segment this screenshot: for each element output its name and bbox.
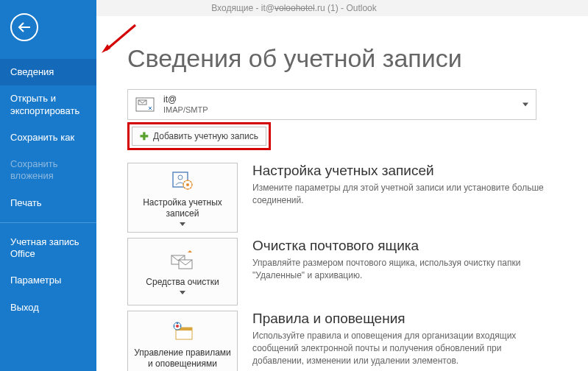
title-suffix: .ru (1) - Outlook [315,3,377,13]
sidebar-item[interactable]: Сохранить как [0,124,96,151]
rules-icon [170,319,195,343]
sidebar-item[interactable]: Открыть и экспортировать [0,85,96,124]
card-text: Управляйте размером почтового ящика, исп… [252,257,554,282]
svg-rect-13 [177,322,178,324]
info-card: Управление правилами и оповещениямиПрави… [127,310,554,371]
sidebar-item[interactable]: Печать [0,190,96,216]
chevron-down-icon [180,222,185,226]
card-description: Очистка почтового ящикаУправляйте размер… [252,238,554,282]
backstage-sidebar: СведенияОткрыть и экспортироватьСохранит… [0,0,96,371]
card-title: Правила и оповещения [252,311,554,327]
add-account-label: Добавить учетную запись [153,131,258,141]
chevron-down-icon [523,103,528,107]
card-description: Правила и оповещенияИспользуйте правила … [252,311,554,367]
mailbox-icon [134,93,156,116]
annotation-highlight: ✚ Добавить учетную запись [127,122,271,150]
info-card: Средства очисткиОчистка почтового ящикаУ… [127,237,554,305]
title-domain: voloohotel [274,3,315,13]
account-email: it@ [163,94,208,105]
svg-point-7 [186,183,189,186]
card-button-label: Управление правилами и оповещениями [132,347,233,370]
card-button[interactable]: Управление правилами и оповещениями [127,311,238,371]
card-button-label: Настройка учетных записей [132,197,233,219]
sidebar-item[interactable]: Параметры [0,267,96,294]
account-selector[interactable]: it@ IMAP/SMTP [127,89,536,120]
card-button[interactable]: Средства очистки [127,238,238,305]
card-title: Настройка учетных записей [252,163,554,179]
sidebar-separator [0,222,96,223]
card-text: Измените параметры для этой учетной запи… [252,182,554,207]
card-description: Настройка учетных записейИзмените параме… [252,163,554,207]
account-protocol: IMAP/SMTP [163,105,208,115]
arrow-left-icon [18,22,31,32]
account-text: it@ IMAP/SMTP [163,94,208,115]
sidebar-item[interactable]: Сведения [0,59,96,85]
sidebar-item[interactable]: Выход [0,294,96,321]
card-button-label: Средства очистки [146,277,219,288]
cleanup-icon [170,249,195,272]
account-settings-icon [170,169,195,193]
back-button[interactable] [10,13,38,41]
svg-point-14 [176,325,179,328]
svg-point-5 [178,175,183,180]
card-title: Очистка почтового ящика [252,238,554,254]
sidebar-item: Сохранить вложения [0,151,96,190]
title-prefix: Входящие - it@ [211,3,274,13]
info-card: Настройка учетных записейНастройка учетн… [127,162,554,233]
card-button[interactable]: Настройка учетных записей [127,163,238,233]
sidebar-item[interactable]: Учетная запись Office [0,229,96,268]
card-text: Используйте правила и оповещения для орг… [252,330,554,367]
content-area: Сведения об учетной записи it@ IMAP/SMTP… [96,16,588,371]
add-account-button[interactable]: ✚ Добавить учетную запись [132,127,266,146]
chevron-down-icon [180,291,185,294]
page-title: Сведения об учетной записи [127,44,566,73]
plus-icon: ✚ [140,130,149,142]
